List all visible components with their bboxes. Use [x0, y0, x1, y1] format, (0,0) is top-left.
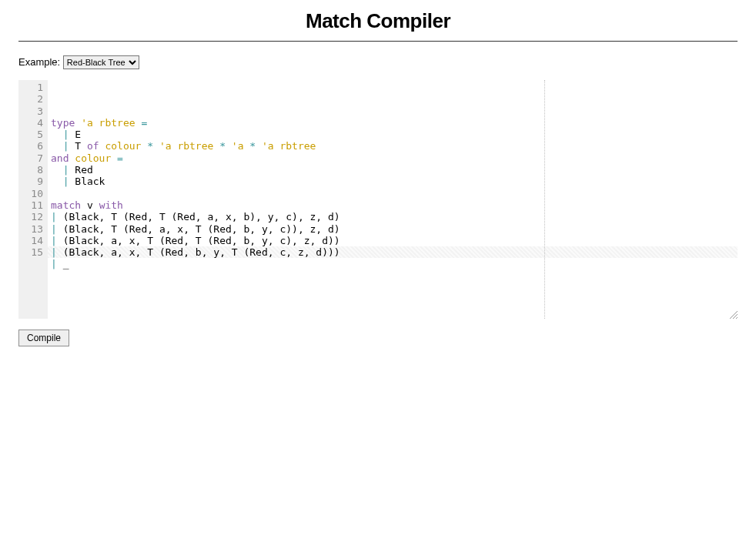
code-line: | (Black, T (Red, a, x, T (Red, b, y, c)… — [51, 223, 734, 235]
line-number: 9 — [26, 176, 43, 187]
line-number: 4 — [26, 117, 43, 129]
code-line: | (Black, T (Red, T (Red, a, x, b), y, c… — [51, 211, 734, 222]
code-line: match v with — [51, 199, 734, 211]
code-line: and colour = — [51, 152, 734, 164]
line-number: 8 — [26, 164, 43, 176]
line-number: 15 — [26, 246, 43, 258]
example-label: Example: — [18, 56, 60, 68]
code-line: type 'a rbtree = — [51, 117, 734, 129]
svg-line-2 — [736, 317, 738, 319]
line-number: 5 — [26, 129, 43, 140]
code-line: | T of colour * 'a rbtree * 'a * 'a rbtr… — [51, 140, 734, 152]
line-number: 11 — [26, 199, 43, 211]
code-line: | (Black, a, x, T (Red, T (Red, b, y, c)… — [51, 235, 734, 246]
line-number: 6 — [26, 140, 43, 152]
line-number: 2 — [26, 93, 43, 105]
page-title: Match Compiler — [18, 9, 738, 33]
code-line — [51, 270, 734, 282]
code-line: | (Black, a, x, T (Red, b, y, T (Red, c,… — [51, 246, 734, 258]
divider — [18, 41, 738, 42]
code-line — [51, 282, 734, 293]
code-line: | Black — [51, 176, 734, 187]
line-number: 14 — [26, 235, 43, 246]
compile-button[interactable]: Compile — [18, 330, 69, 346]
line-number: 3 — [26, 105, 43, 117]
line-number: 12 — [26, 211, 43, 222]
resize-handle[interactable] — [728, 309, 738, 319]
code-line: | _ — [51, 258, 734, 269]
line-number: 7 — [26, 152, 43, 164]
example-select[interactable]: Red-Black Tree — [63, 55, 139, 69]
line-number: 1 — [26, 82, 43, 93]
code-line — [51, 188, 734, 199]
line-number-gutter: 123456789101112131415 — [18, 80, 48, 319]
code-editor[interactable]: 123456789101112131415 type 'a rbtree = |… — [18, 80, 738, 319]
code-line: | Red — [51, 164, 734, 176]
line-number: 13 — [26, 223, 43, 235]
line-number: 10 — [26, 188, 43, 199]
code-area[interactable]: type 'a rbtree = | E | T of colour * 'a … — [48, 80, 738, 319]
code-line: | E — [51, 129, 734, 140]
